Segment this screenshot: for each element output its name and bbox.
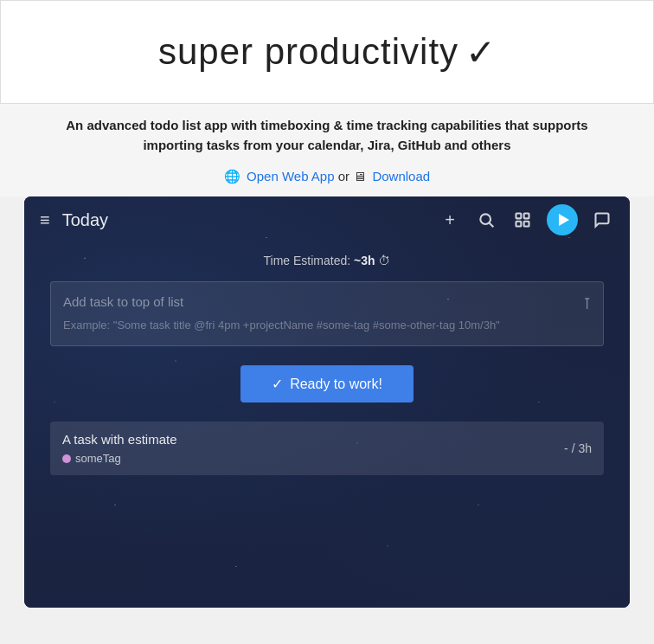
tag-dot-icon: [62, 454, 71, 463]
time-value: ~3h: [354, 254, 375, 267]
play-triangle-icon: [559, 214, 569, 226]
ready-button-label: Ready to work!: [290, 377, 382, 392]
svg-line-1: [490, 223, 494, 228]
app-inner: ≡ Today +: [24, 196, 630, 608]
svg-point-0: [480, 214, 490, 224]
task-item-left: A task with estimate someTag: [62, 432, 177, 465]
svg-rect-5: [524, 222, 529, 227]
globe-icon: 🌐: [224, 169, 240, 184]
svg-rect-2: [516, 214, 522, 219]
ready-to-work-button[interactable]: ✓ Ready to work!: [240, 365, 414, 402]
menu-icon[interactable]: ≡: [40, 210, 50, 230]
ready-btn-container: ✓ Ready to work!: [24, 346, 630, 422]
svg-rect-4: [516, 222, 522, 227]
app-header: ≡ Today +: [24, 196, 630, 243]
tagline-line1: An advanced todo list app with timeboxin…: [66, 118, 587, 132]
task-input-clear-icon[interactable]: ⊺: [583, 294, 591, 313]
tagline: An advanced todo list app with timeboxin…: [0, 104, 654, 162]
time-estimated: Time Estimated: ~3h ⏱: [24, 243, 630, 281]
task-item[interactable]: A task with estimate someTag - / 3h: [50, 422, 604, 475]
download-link[interactable]: Download: [372, 169, 430, 184]
svg-rect-3: [524, 214, 529, 219]
logo-text: super productivity: [158, 31, 458, 73]
play-button[interactable]: [547, 204, 578, 235]
logo-check: ✓: [465, 31, 496, 74]
app-container: ≡ Today +: [24, 196, 630, 608]
focus-button[interactable]: [510, 208, 535, 232]
logo-section: super productivity ✓: [0, 0, 654, 104]
ready-check-icon: ✓: [272, 376, 283, 392]
search-button[interactable]: [474, 208, 498, 232]
monitor-icon: 🖥: [353, 169, 366, 184]
tagline-line2: importing tasks from your calendar, Jira…: [143, 138, 510, 152]
task-input-example: Example: "Some task title @fri 4pm +proj…: [63, 318, 591, 333]
task-title: A task with estimate: [62, 432, 177, 447]
task-input-placeholder: Add task to top of list: [63, 294, 591, 309]
chat-button[interactable]: [590, 208, 614, 232]
header-title: Today: [62, 210, 438, 230]
clock-icon: ⏱: [378, 254, 390, 267]
or-text: or: [338, 169, 349, 184]
task-tag: someTag: [62, 452, 177, 465]
header-actions: +: [438, 204, 614, 235]
tag-label: someTag: [75, 452, 121, 465]
open-web-app-link[interactable]: Open Web App: [247, 169, 334, 184]
task-input-area[interactable]: Add task to top of list ⊺ Example: "Some…: [50, 281, 604, 346]
task-time: - / 3h: [564, 441, 592, 455]
add-button[interactable]: +: [438, 208, 462, 232]
links-row: 🌐 Open Web App or 🖥 Download: [0, 162, 654, 196]
time-label: Time Estimated:: [264, 254, 351, 267]
